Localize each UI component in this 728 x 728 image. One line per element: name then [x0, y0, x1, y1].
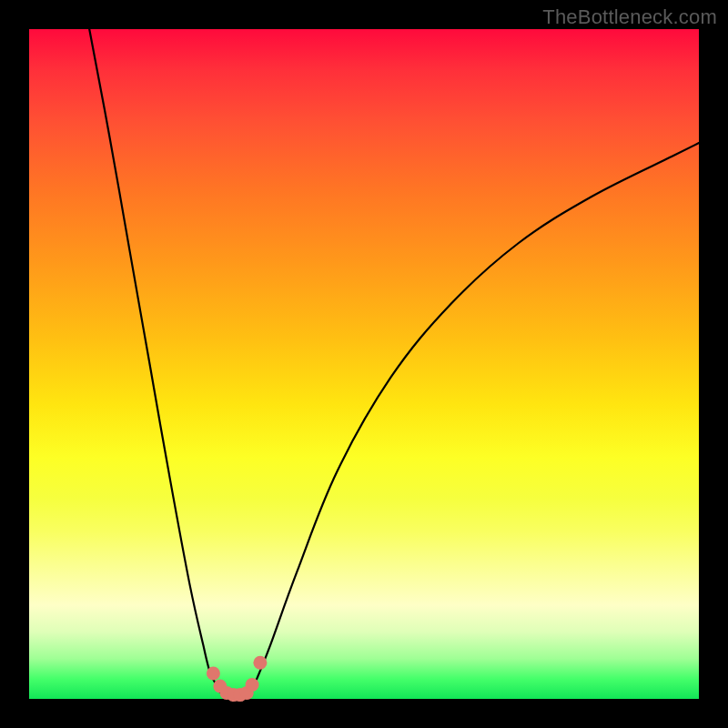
curve-right-branch — [250, 143, 699, 693]
valley-marker-dot — [246, 678, 259, 692]
valley-markers — [207, 656, 268, 702]
valley-marker-dot — [207, 667, 220, 681]
curve-layer — [29, 29, 699, 699]
curve-left-branch — [89, 29, 220, 693]
chart-frame: TheBottleneck.com — [0, 0, 728, 728]
plot-area — [29, 29, 699, 699]
watermark-text: TheBottleneck.com — [542, 5, 717, 29]
valley-marker-dot — [253, 656, 267, 670]
